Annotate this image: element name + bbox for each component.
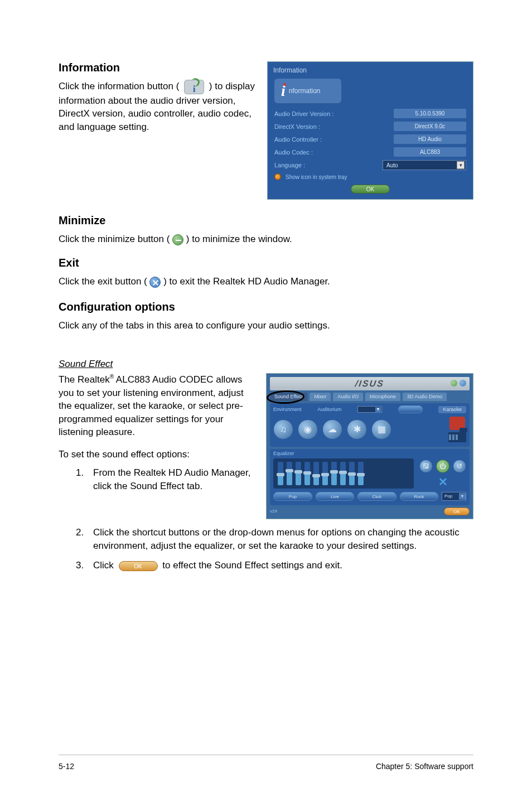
sound-effect-heading: Sound Effect [59, 359, 473, 370]
sound-effect-body: The Realtek® ALC883 Audio CODEC allows y… [59, 373, 259, 438]
tab-audio-io[interactable]: Audio I/O [333, 393, 363, 401]
equalizer-section: Equalizer 🖫 ⏻ [270, 449, 470, 505]
tab-microphone[interactable]: Microphone [365, 393, 400, 401]
preset-rock[interactable]: Rock [400, 492, 439, 501]
preset-dropdown[interactable]: Pop ▾ [442, 492, 466, 501]
env-icon-2[interactable]: ◉ [298, 419, 318, 439]
asus-footer-left: v29 [270, 509, 277, 514]
karaoke-box [448, 417, 466, 442]
environment-section: Environment Auditorium ▾ Karaoke ♫ ◉ ☁ ✱… [270, 403, 470, 447]
exit-body-pre: Click the exit button ( [59, 276, 147, 287]
tab-sound-effect[interactable]: Sound Effect [270, 393, 307, 401]
info-panel-title: Information [271, 65, 470, 78]
close-icon [149, 277, 161, 288]
minimize-icon [172, 234, 183, 245]
preset-live[interactable]: Live [316, 492, 355, 501]
eq-reset-icon[interactable]: ↺ [453, 460, 466, 473]
eq-slider[interactable] [331, 462, 337, 485]
information-body: Click the information button ( ) to disp… [59, 80, 260, 133]
eq-slider[interactable] [304, 462, 310, 485]
audio-codec-label: Audio Codec : [274, 149, 313, 156]
preset-pop[interactable]: Pop [273, 492, 312, 501]
page-number: 5-12 [59, 762, 74, 771]
info-ok-button[interactable]: OK [351, 185, 390, 194]
language-select[interactable]: Auto ▾ [383, 160, 466, 170]
driver-version-label: Audio Driver Version : [274, 110, 333, 117]
tab-3d-audio-demo[interactable]: 3D Audio Demo [403, 393, 447, 401]
directx-version-value: DirectX 9.0c [394, 122, 466, 131]
info-chip-label: nformation [289, 87, 321, 95]
panel-close-icon[interactable] [460, 380, 466, 386]
minimize-heading: Minimize [59, 214, 473, 227]
tray-icon-radio[interactable] [274, 173, 281, 180]
eq-slider[interactable] [296, 462, 301, 485]
minimize-body: Click the minimize button ( ) to minimiz… [59, 233, 473, 245]
eq-slider[interactable] [278, 462, 283, 485]
info-chip: i nformation [274, 79, 341, 103]
environment-dropdown[interactable]: ▾ [357, 406, 382, 413]
chevron-down-icon: ▾ [459, 493, 466, 500]
page-footer: 5-12 Chapter 5: Software support [59, 755, 473, 771]
asus-audio-panel: /ISUS Sound Effect Mixer Audio I/O Micro… [266, 373, 473, 519]
ok-button-inline: OK [119, 561, 158, 571]
env-icon-4[interactable]: ✱ [347, 419, 367, 439]
exit-body: Click the exit button ( ) to exit the Re… [59, 275, 473, 288]
se-body-1: The Realtek [59, 374, 110, 385]
equalizer-label: Equalizer [273, 451, 466, 456]
minimize-body-post: ) to minimize the window. [186, 234, 292, 244]
panel-minimize-icon[interactable] [451, 380, 457, 386]
chapter-label: Chapter 5: Software support [376, 762, 473, 771]
exit-heading: Exit [59, 257, 473, 269]
minimize-body-pre: Click the minimize button ( [59, 234, 170, 244]
env-icon-3[interactable]: ☁ [322, 419, 342, 439]
asus-ok-button[interactable]: OK [444, 508, 470, 515]
language-value: Auto [386, 162, 398, 168]
step-3-post: to effect the Sound Effect settings and … [162, 560, 342, 571]
audio-controller-label: Audio Controller : [274, 136, 322, 143]
step-3: Click OK to effect the Sound Effect sett… [86, 559, 473, 572]
audio-controller-value: HD Audio [394, 134, 466, 144]
eq-slider[interactable] [358, 462, 364, 485]
equalizer-sliders[interactable] [273, 458, 414, 489]
karaoke-stepper[interactable] [448, 432, 466, 442]
information-panel: Information i nformation Audio Driver Ve… [267, 61, 473, 200]
eq-slider[interactable] [349, 462, 355, 485]
asus-logo: /ISUS [355, 379, 385, 388]
driver-version-value: 5.10.0.5390 [394, 109, 466, 118]
karaoke-icon[interactable] [449, 417, 465, 430]
eq-slider[interactable] [313, 462, 319, 485]
env-icon-1[interactable]: ♫ [273, 419, 293, 439]
step-2: Click the shortcut buttons or the drop-d… [86, 526, 473, 552]
env-icon-5[interactable]: ▦ [371, 419, 391, 439]
audio-codec-value: ALC883 [394, 147, 466, 157]
step-1: From the Realtek HD Audio Manager, click… [86, 466, 259, 492]
preset-club[interactable]: Club [357, 492, 396, 501]
environment-label: Environment [273, 407, 302, 412]
chevron-down-icon: ▾ [457, 161, 465, 169]
tabs-row: Sound Effect Mixer Audio I/O Microphone … [270, 393, 470, 401]
environment-apply-button[interactable] [398, 405, 423, 413]
registered-symbol: ® [110, 374, 114, 380]
info-chip-icon: i [281, 82, 286, 100]
eq-slider[interactable] [340, 462, 346, 485]
to-set-text: To set the sound effect options: [59, 448, 259, 461]
information-heading: Information [59, 61, 260, 74]
directx-version-label: DirectX Version : [274, 123, 320, 130]
language-label: Language : [274, 162, 305, 168]
info-body-pre: Click the information button ( [59, 81, 182, 91]
eq-save-icon[interactable]: 🖫 [419, 460, 433, 473]
config-body: Click any of the tabs in this area to co… [59, 319, 473, 332]
eq-delete-icon[interactable]: ✕ [419, 476, 466, 487]
environment-sub: Auditorium [317, 407, 341, 412]
preset-selected: Pop [444, 494, 452, 499]
config-heading: Configuration options [59, 301, 473, 313]
eq-slider[interactable] [322, 462, 328, 485]
eq-power-icon[interactable]: ⏻ [436, 460, 449, 473]
show-icon-label: Show icon in system tray [286, 174, 347, 180]
asus-panel-header: /ISUS [270, 377, 470, 390]
karaoke-badge: Karaoke [438, 406, 466, 413]
exit-body-post: ) to exit the Realtek HD Audio Manager. [163, 276, 330, 287]
tab-mixer[interactable]: Mixer [309, 393, 331, 401]
step-3-pre: Click [93, 560, 117, 571]
eq-slider[interactable] [287, 462, 292, 485]
